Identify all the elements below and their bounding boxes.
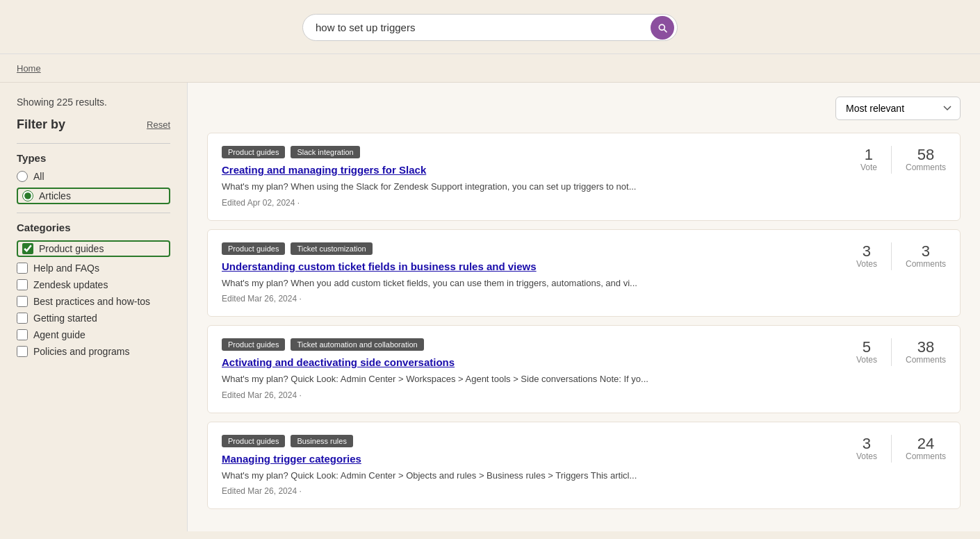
votes-block-3: 5 Votes [856, 340, 877, 365]
category-best-practices-checkbox[interactable] [17, 296, 28, 307]
result-stats-2: 3 Votes 3 Comments [849, 242, 946, 270]
result-title-3[interactable]: Activating and deactivating side convers… [222, 356, 849, 368]
votes-label-3: Votes [856, 355, 877, 365]
category-agent-guide-label: Agent guide [33, 329, 85, 340]
category-policies-checkbox[interactable] [17, 346, 28, 357]
votes-count-4: 3 [856, 436, 877, 451]
category-product-guides-checkbox[interactable] [22, 243, 33, 254]
category-best-practices-label: Best practices and how-tos [33, 296, 150, 307]
filter-header: Filter by Reset [17, 117, 170, 132]
tag-ticket-automation: Ticket automation and collaboration [291, 338, 423, 351]
result-excerpt-3: What's my plan? Quick Look: Admin Center… [222, 372, 849, 386]
categories-checkbox-group: Product guides Help and FAQs Zendesk upd… [17, 240, 170, 357]
tag-business-rules: Business rules [291, 435, 353, 447]
main-area: Showing 225 results. Filter by Reset Typ… [0, 83, 980, 531]
tag-slack-integration: Slack integration [291, 146, 359, 158]
category-getting-started-label: Getting started [33, 313, 97, 324]
result-stats-3: 5 Votes 38 Comments [849, 338, 946, 366]
reset-link[interactable]: Reset [147, 119, 170, 130]
category-getting-started[interactable]: Getting started [17, 313, 170, 324]
result-meta-3: Edited Mar 26, 2024 · [222, 390, 849, 400]
result-excerpt-1: What's my plan? When using the Slack for… [222, 180, 849, 194]
result-meta-1: Edited Apr 02, 2024 · [222, 198, 849, 208]
search-button[interactable] [651, 16, 674, 40]
result-main-2: Product guides Ticket customization Unde… [222, 242, 849, 304]
category-best-practices[interactable]: Best practices and how-tos [17, 296, 170, 307]
votes-block-4: 3 Votes [856, 436, 877, 461]
votes-count-2: 3 [856, 244, 877, 259]
result-title-1[interactable]: Creating and managing triggers for Slack [222, 164, 849, 176]
sidebar-divider [17, 143, 170, 144]
result-excerpt-2: What's my plan? When you add custom tick… [222, 276, 849, 290]
result-title-4[interactable]: Managing trigger categories [222, 453, 849, 465]
result-meta-4: Edited Mar 26, 2024 · [222, 486, 849, 496]
category-help-faqs-label: Help and FAQs [33, 263, 99, 274]
result-meta-2: Edited Mar 26, 2024 · [222, 294, 849, 304]
tag-product-guides-4: Product guides [222, 435, 285, 447]
stat-divider-2 [891, 242, 892, 270]
breadcrumb-home[interactable]: Home [17, 63, 41, 74]
result-card-3: Product guides Ticket automation and col… [207, 325, 961, 413]
type-articles[interactable]: Articles [17, 188, 170, 204]
comments-count-1: 58 [906, 147, 946, 163]
category-product-guides-label: Product guides [39, 243, 104, 254]
result-title-2[interactable]: Understanding custom ticket fields in bu… [222, 260, 849, 272]
category-agent-guide-checkbox[interactable] [17, 329, 28, 340]
category-help-faqs[interactable]: Help and FAQs [17, 263, 170, 274]
category-zendesk-updates-label: Zendesk updates [33, 279, 108, 290]
type-all-label: All [33, 171, 44, 182]
category-help-faqs-checkbox[interactable] [17, 263, 28, 274]
comments-label-4: Comments [906, 451, 946, 461]
stat-divider-1 [891, 146, 892, 174]
category-policies[interactable]: Policies and programs [17, 346, 170, 357]
comments-label-1: Comments [906, 163, 946, 172]
types-radio-group: All Articles [17, 171, 170, 204]
result-main-3: Product guides Ticket automation and col… [222, 338, 849, 400]
stat-divider-3 [891, 338, 892, 366]
breadcrumb-bar: Home [0, 54, 980, 83]
result-card-2: Product guides Ticket customization Unde… [207, 229, 961, 317]
content-area: Most relevant Newest Oldest Most votes M… [188, 83, 980, 531]
category-product-guides[interactable]: Product guides [17, 240, 170, 257]
result-main-4: Product guides Business rules Managing t… [222, 435, 849, 497]
comments-count-3: 38 [906, 340, 946, 355]
result-card-1: Product guides Slack integration Creatin… [207, 133, 961, 221]
type-all[interactable]: All [17, 171, 170, 182]
comments-block-3: 38 Comments [906, 340, 946, 365]
sort-bar: Most relevant Newest Oldest Most votes M… [207, 97, 961, 120]
result-tags-4: Product guides Business rules [222, 435, 849, 447]
type-articles-radio[interactable] [22, 190, 33, 201]
search-container [302, 14, 678, 41]
result-excerpt-4: What's my plan? Quick Look: Admin Center… [222, 469, 849, 483]
votes-count-1: 1 [860, 147, 877, 163]
votes-block-2: 3 Votes [856, 244, 877, 269]
tag-product-guides-2: Product guides [222, 242, 285, 255]
result-tags-1: Product guides Slack integration [222, 146, 849, 158]
votes-block-1: 1 Vote [860, 147, 877, 172]
comments-count-4: 24 [906, 436, 946, 451]
sort-select[interactable]: Most relevant Newest Oldest Most votes M… [835, 97, 961, 120]
result-stats-1: 1 Vote 58 Comments [849, 146, 946, 174]
tag-ticket-customization: Ticket customization [291, 242, 372, 255]
categories-divider [17, 213, 170, 213]
votes-label-4: Votes [856, 451, 877, 461]
category-zendesk-updates-checkbox[interactable] [17, 279, 28, 290]
comments-count-2: 3 [906, 244, 946, 259]
category-zendesk-updates[interactable]: Zendesk updates [17, 279, 170, 290]
tag-product-guides-3: Product guides [222, 338, 285, 351]
votes-label-2: Votes [856, 259, 877, 269]
search-input[interactable] [302, 14, 678, 41]
comments-block-4: 24 Comments [906, 436, 946, 461]
category-agent-guide[interactable]: Agent guide [17, 329, 170, 340]
type-articles-label: Articles [39, 190, 71, 201]
type-all-radio[interactable] [17, 171, 28, 182]
tag-product-guides-1: Product guides [222, 146, 285, 158]
result-tags-3: Product guides Ticket automation and col… [222, 338, 849, 351]
category-getting-started-checkbox[interactable] [17, 313, 28, 324]
categories-section-title: Categories [17, 222, 170, 233]
category-policies-label: Policies and programs [33, 346, 130, 357]
comments-label-2: Comments [906, 259, 946, 269]
result-stats-4: 3 Votes 24 Comments [849, 435, 946, 463]
search-icon [657, 22, 668, 33]
stat-divider-4 [891, 435, 892, 463]
